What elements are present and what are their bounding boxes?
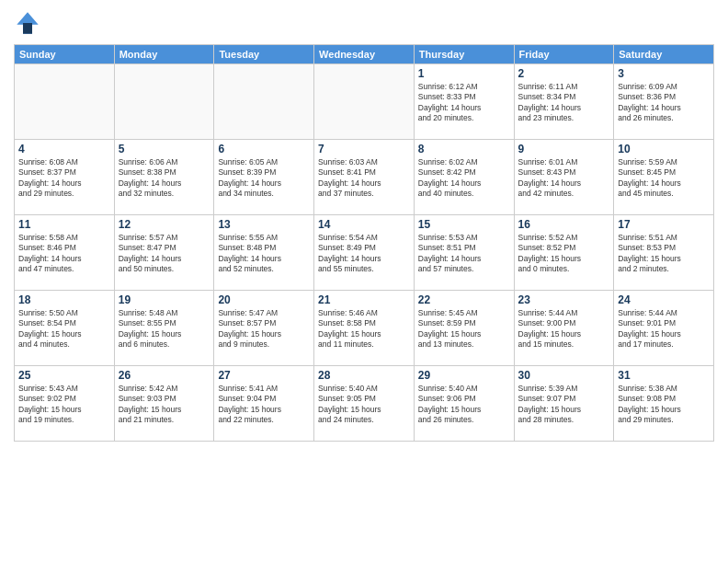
day-cell: 29Sunrise: 5:40 AM Sunset: 9:06 PM Dayli… [414, 366, 514, 442]
day-number: 24 [618, 293, 710, 306]
day-info: Sunrise: 5:55 AM Sunset: 8:48 PM Dayligh… [218, 233, 310, 275]
day-number: 16 [518, 218, 610, 231]
day-cell: 23Sunrise: 5:44 AM Sunset: 9:00 PM Dayli… [514, 291, 614, 366]
day-info: Sunrise: 6:12 AM Sunset: 8:33 PM Dayligh… [418, 82, 510, 124]
day-number: 7 [318, 143, 410, 155]
day-info: Sunrise: 5:44 AM Sunset: 9:01 PM Dayligh… [618, 308, 710, 350]
day-info: Sunrise: 5:53 AM Sunset: 8:51 PM Dayligh… [418, 233, 510, 275]
day-cell: 3Sunrise: 6:09 AM Sunset: 8:36 PM Daylig… [614, 64, 714, 140]
weekday-monday: Monday [114, 45, 214, 64]
header [14, 9, 714, 37]
day-info: Sunrise: 5:58 AM Sunset: 8:46 PM Dayligh… [18, 233, 110, 275]
day-cell: 15Sunrise: 5:53 AM Sunset: 8:51 PM Dayli… [414, 215, 514, 291]
day-number: 31 [618, 369, 710, 382]
svg-rect-2 [23, 23, 32, 34]
day-cell [15, 64, 115, 140]
weekday-saturday: Saturday [614, 45, 714, 64]
day-number: 9 [518, 143, 610, 155]
day-cell: 5Sunrise: 6:06 AM Sunset: 8:38 PM Daylig… [114, 140, 214, 215]
day-cell: 19Sunrise: 5:48 AM Sunset: 8:55 PM Dayli… [114, 291, 214, 366]
day-cell: 2Sunrise: 6:11 AM Sunset: 8:34 PM Daylig… [514, 64, 614, 140]
day-cell: 26Sunrise: 5:42 AM Sunset: 9:03 PM Dayli… [114, 366, 214, 442]
day-number: 29 [418, 369, 510, 382]
day-number: 30 [518, 369, 610, 382]
day-info: Sunrise: 6:02 AM Sunset: 8:42 PM Dayligh… [418, 157, 510, 200]
day-number: 23 [518, 293, 610, 306]
day-number: 15 [418, 218, 510, 231]
day-cell: 12Sunrise: 5:57 AM Sunset: 8:47 PM Dayli… [114, 215, 214, 291]
day-cell: 13Sunrise: 5:55 AM Sunset: 8:48 PM Dayli… [214, 215, 314, 291]
day-info: Sunrise: 5:40 AM Sunset: 9:06 PM Dayligh… [418, 384, 510, 426]
week-row-1: 1Sunrise: 6:12 AM Sunset: 8:33 PM Daylig… [15, 64, 714, 140]
day-number: 3 [618, 67, 710, 80]
day-cell: 10Sunrise: 5:59 AM Sunset: 8:45 PM Dayli… [614, 140, 714, 215]
day-info: Sunrise: 5:54 AM Sunset: 8:49 PM Dayligh… [318, 233, 410, 275]
week-row-3: 11Sunrise: 5:58 AM Sunset: 8:46 PM Dayli… [15, 215, 714, 291]
day-number: 27 [218, 369, 310, 382]
day-info: Sunrise: 6:01 AM Sunset: 8:43 PM Dayligh… [518, 157, 610, 200]
day-cell: 9Sunrise: 6:01 AM Sunset: 8:43 PM Daylig… [514, 140, 614, 215]
day-number: 11 [18, 218, 110, 231]
day-info: Sunrise: 5:40 AM Sunset: 9:05 PM Dayligh… [318, 384, 410, 426]
day-cell [214, 64, 314, 140]
day-number: 6 [218, 143, 310, 155]
day-cell: 30Sunrise: 5:39 AM Sunset: 9:07 PM Dayli… [514, 366, 614, 442]
day-info: Sunrise: 5:57 AM Sunset: 8:47 PM Dayligh… [119, 233, 210, 275]
day-info: Sunrise: 5:52 AM Sunset: 8:52 PM Dayligh… [518, 233, 610, 275]
day-info: Sunrise: 5:59 AM Sunset: 8:45 PM Dayligh… [618, 157, 710, 200]
day-cell: 20Sunrise: 5:47 AM Sunset: 8:57 PM Dayli… [214, 291, 314, 366]
day-info: Sunrise: 5:43 AM Sunset: 9:02 PM Dayligh… [18, 384, 110, 426]
day-cell: 27Sunrise: 5:41 AM Sunset: 9:04 PM Dayli… [214, 366, 314, 442]
day-number: 8 [418, 143, 510, 155]
day-info: Sunrise: 6:05 AM Sunset: 8:39 PM Dayligh… [218, 157, 310, 200]
weekday-sunday: Sunday [15, 45, 115, 64]
day-info: Sunrise: 5:39 AM Sunset: 9:07 PM Dayligh… [518, 384, 610, 426]
week-row-4: 18Sunrise: 5:50 AM Sunset: 8:54 PM Dayli… [15, 291, 714, 366]
day-number: 28 [318, 369, 410, 382]
day-info: Sunrise: 5:50 AM Sunset: 8:54 PM Dayligh… [18, 308, 110, 350]
day-cell: 28Sunrise: 5:40 AM Sunset: 9:05 PM Dayli… [314, 366, 415, 442]
day-info: Sunrise: 5:45 AM Sunset: 8:59 PM Dayligh… [418, 308, 510, 350]
day-cell: 8Sunrise: 6:02 AM Sunset: 8:42 PM Daylig… [414, 140, 514, 215]
weekday-tuesday: Tuesday [214, 45, 314, 64]
day-info: Sunrise: 6:08 AM Sunset: 8:37 PM Dayligh… [18, 157, 110, 200]
day-cell: 4Sunrise: 6:08 AM Sunset: 8:37 PM Daylig… [15, 140, 115, 215]
weekday-header-row: SundayMondayTuesdayWednesdayThursdayFrid… [15, 45, 714, 64]
week-row-2: 4Sunrise: 6:08 AM Sunset: 8:37 PM Daylig… [15, 140, 714, 215]
day-cell: 21Sunrise: 5:46 AM Sunset: 8:58 PM Dayli… [314, 291, 415, 366]
day-cell: 14Sunrise: 5:54 AM Sunset: 8:49 PM Dayli… [314, 215, 415, 291]
calendar-table: SundayMondayTuesdayWednesdayThursdayFrid… [14, 44, 714, 442]
day-number: 4 [18, 143, 110, 155]
day-cell: 18Sunrise: 5:50 AM Sunset: 8:54 PM Dayli… [15, 291, 115, 366]
day-number: 17 [618, 218, 710, 231]
day-number: 10 [618, 143, 710, 155]
day-number: 13 [218, 218, 310, 231]
day-cell: 22Sunrise: 5:45 AM Sunset: 8:59 PM Dayli… [414, 291, 514, 366]
day-info: Sunrise: 5:38 AM Sunset: 9:08 PM Dayligh… [618, 384, 710, 426]
day-number: 22 [418, 293, 510, 306]
day-cell: 16Sunrise: 5:52 AM Sunset: 8:52 PM Dayli… [514, 215, 614, 291]
day-cell [314, 64, 415, 140]
day-info: Sunrise: 5:42 AM Sunset: 9:03 PM Dayligh… [119, 384, 210, 426]
day-number: 12 [119, 218, 210, 231]
day-info: Sunrise: 5:48 AM Sunset: 8:55 PM Dayligh… [119, 308, 210, 350]
day-cell: 17Sunrise: 5:51 AM Sunset: 8:53 PM Dayli… [614, 215, 714, 291]
day-info: Sunrise: 6:06 AM Sunset: 8:38 PM Dayligh… [119, 157, 210, 200]
day-cell: 1Sunrise: 6:12 AM Sunset: 8:33 PM Daylig… [414, 64, 514, 140]
logo [14, 9, 45, 37]
day-number: 25 [18, 369, 110, 382]
day-info: Sunrise: 6:03 AM Sunset: 8:41 PM Dayligh… [318, 157, 410, 200]
day-cell: 25Sunrise: 5:43 AM Sunset: 9:02 PM Dayli… [15, 366, 115, 442]
day-info: Sunrise: 5:47 AM Sunset: 8:57 PM Dayligh… [218, 308, 310, 350]
page: SundayMondayTuesdayWednesdayThursdayFrid… [0, 0, 728, 563]
day-cell: 11Sunrise: 5:58 AM Sunset: 8:46 PM Dayli… [15, 215, 115, 291]
weekday-friday: Friday [514, 45, 614, 64]
day-info: Sunrise: 5:51 AM Sunset: 8:53 PM Dayligh… [618, 233, 710, 275]
day-info: Sunrise: 5:41 AM Sunset: 9:04 PM Dayligh… [218, 384, 310, 426]
day-info: Sunrise: 5:44 AM Sunset: 9:00 PM Dayligh… [518, 308, 610, 350]
day-number: 21 [318, 293, 410, 306]
day-cell: 6Sunrise: 6:05 AM Sunset: 8:39 PM Daylig… [214, 140, 314, 215]
day-info: Sunrise: 6:09 AM Sunset: 8:36 PM Dayligh… [618, 82, 710, 124]
day-cell: 24Sunrise: 5:44 AM Sunset: 9:01 PM Dayli… [614, 291, 714, 366]
day-cell [114, 64, 214, 140]
